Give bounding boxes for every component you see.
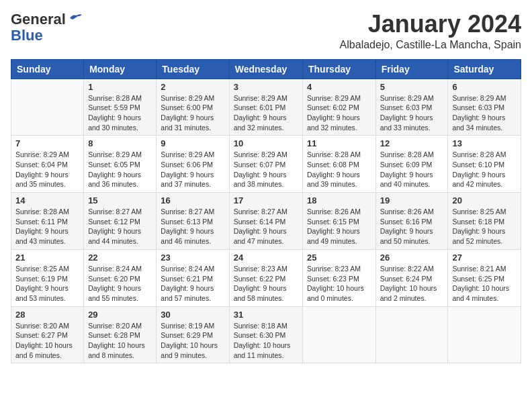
day-info: Sunrise: 8:27 AMSunset: 6:13 PMDaylight:… [161, 207, 224, 246]
day-info: Sunrise: 8:25 AMSunset: 6:19 PMDaylight:… [15, 264, 79, 304]
day-number: 4 [307, 82, 371, 92]
day-info: Sunrise: 8:20 AMSunset: 6:27 PMDaylight:… [15, 321, 79, 361]
calendar-cell: 13Sunrise: 8:28 AMSunset: 6:10 PMDayligh… [448, 136, 521, 193]
day-number: 14 [15, 195, 79, 205]
day-number: 13 [452, 138, 517, 148]
calendar-cell: 31Sunrise: 8:18 AMSunset: 6:30 PMDayligh… [229, 306, 302, 363]
day-number: 6 [452, 82, 517, 92]
day-info: Sunrise: 8:28 AMSunset: 6:09 PMDaylight:… [380, 150, 444, 189]
calendar-table: SundayMondayTuesdayWednesdayThursdayFrid… [11, 59, 521, 364]
calendar-cell [11, 79, 84, 136]
day-info: Sunrise: 8:29 AMSunset: 6:03 PMDaylight:… [452, 93, 517, 133]
calendar-cell: 22Sunrise: 8:24 AMSunset: 6:20 PMDayligh… [84, 249, 157, 306]
day-number: 9 [161, 138, 224, 148]
weekday-header-monday: Monday [84, 59, 157, 79]
day-info: Sunrise: 8:21 AMSunset: 6:25 PMDaylight:… [452, 264, 517, 304]
day-number: 19 [380, 195, 444, 205]
calendar-cell [448, 306, 521, 363]
day-info: Sunrise: 8:29 AMSunset: 6:04 PMDaylight:… [15, 150, 79, 189]
calendar-cell: 27Sunrise: 8:21 AMSunset: 6:25 PMDayligh… [448, 249, 521, 306]
day-number: 25 [307, 253, 371, 263]
day-info: Sunrise: 8:28 AMSunset: 6:11 PMDaylight:… [15, 207, 79, 246]
day-number: 23 [161, 253, 224, 263]
day-info: Sunrise: 8:28 AMSunset: 6:10 PMDaylight:… [452, 150, 517, 189]
calendar-cell [375, 306, 448, 363]
day-number: 7 [15, 138, 79, 148]
weekday-header-wednesday: Wednesday [229, 59, 302, 79]
calendar-cell: 24Sunrise: 8:23 AMSunset: 6:22 PMDayligh… [229, 249, 302, 306]
day-info: Sunrise: 8:24 AMSunset: 6:20 PMDaylight:… [88, 264, 152, 304]
day-number: 15 [88, 195, 152, 205]
day-info: Sunrise: 8:23 AMSunset: 6:23 PMDaylight:… [307, 264, 371, 304]
day-number: 16 [161, 195, 224, 205]
day-info: Sunrise: 8:29 AMSunset: 6:00 PMDaylight:… [161, 93, 224, 133]
calendar-cell: 1Sunrise: 8:28 AMSunset: 5:59 PMDaylight… [84, 79, 157, 136]
calendar-week-2: 7Sunrise: 8:29 AMSunset: 6:04 PMDaylight… [11, 136, 521, 193]
calendar-cell: 20Sunrise: 8:25 AMSunset: 6:18 PMDayligh… [448, 193, 521, 250]
day-info: Sunrise: 8:20 AMSunset: 6:28 PMDaylight:… [88, 321, 152, 361]
weekday-header-saturday: Saturday [448, 59, 521, 79]
logo-bird-icon [67, 13, 82, 25]
calendar-cell: 7Sunrise: 8:29 AMSunset: 6:04 PMDaylight… [11, 136, 84, 193]
calendar-cell: 19Sunrise: 8:26 AMSunset: 6:16 PMDayligh… [375, 193, 448, 250]
calendar-cell: 26Sunrise: 8:22 AMSunset: 6:24 PMDayligh… [375, 249, 448, 306]
calendar-cell: 11Sunrise: 8:28 AMSunset: 6:08 PMDayligh… [303, 136, 376, 193]
day-number: 18 [307, 195, 371, 205]
day-number: 12 [380, 138, 444, 148]
day-info: Sunrise: 8:26 AMSunset: 6:15 PMDaylight:… [307, 207, 371, 246]
calendar-cell: 10Sunrise: 8:29 AMSunset: 6:07 PMDayligh… [229, 136, 302, 193]
title-section: January 2024 Albaladejo, Castille-La Man… [340, 11, 521, 51]
day-info: Sunrise: 8:22 AMSunset: 6:24 PMDaylight:… [380, 264, 444, 304]
logo-blue-text: Blue [11, 27, 43, 44]
day-info: Sunrise: 8:29 AMSunset: 6:07 PMDaylight:… [234, 150, 298, 189]
day-info: Sunrise: 8:27 AMSunset: 6:14 PMDaylight:… [234, 207, 298, 246]
calendar-week-4: 21Sunrise: 8:25 AMSunset: 6:19 PMDayligh… [11, 249, 521, 306]
calendar-cell: 30Sunrise: 8:19 AMSunset: 6:29 PMDayligh… [157, 306, 229, 363]
calendar-cell: 28Sunrise: 8:20 AMSunset: 6:27 PMDayligh… [11, 306, 84, 363]
logo: General Blue [11, 11, 82, 44]
weekday-header-tuesday: Tuesday [157, 59, 229, 79]
day-info: Sunrise: 8:29 AMSunset: 6:01 PMDaylight:… [234, 93, 298, 133]
day-info: Sunrise: 8:29 AMSunset: 6:03 PMDaylight:… [380, 93, 444, 133]
calendar-cell: 29Sunrise: 8:20 AMSunset: 6:28 PMDayligh… [84, 306, 157, 363]
day-number: 27 [452, 253, 517, 263]
day-number: 3 [234, 82, 298, 92]
day-number: 28 [15, 310, 79, 320]
day-number: 21 [15, 253, 79, 263]
day-number: 20 [452, 195, 517, 205]
day-info: Sunrise: 8:29 AMSunset: 6:05 PMDaylight:… [88, 150, 152, 189]
day-number: 10 [234, 138, 298, 148]
day-number: 24 [234, 253, 298, 263]
calendar-cell: 8Sunrise: 8:29 AMSunset: 6:05 PMDaylight… [84, 136, 157, 193]
calendar-cell: 3Sunrise: 8:29 AMSunset: 6:01 PMDaylight… [229, 79, 302, 136]
day-number: 8 [88, 138, 152, 148]
calendar-cell: 21Sunrise: 8:25 AMSunset: 6:19 PMDayligh… [11, 249, 84, 306]
calendar-cell [303, 306, 376, 363]
month-year-title: January 2024 [340, 11, 521, 38]
day-info: Sunrise: 8:29 AMSunset: 6:06 PMDaylight:… [161, 150, 224, 189]
calendar-cell: 14Sunrise: 8:28 AMSunset: 6:11 PMDayligh… [11, 193, 84, 250]
weekday-header-friday: Friday [375, 59, 448, 79]
calendar-week-3: 14Sunrise: 8:28 AMSunset: 6:11 PMDayligh… [11, 193, 521, 250]
day-info: Sunrise: 8:29 AMSunset: 6:02 PMDaylight:… [307, 93, 371, 133]
day-number: 1 [88, 82, 152, 92]
logo-general-text: General [11, 11, 66, 28]
calendar-week-5: 28Sunrise: 8:20 AMSunset: 6:27 PMDayligh… [11, 306, 521, 363]
day-info: Sunrise: 8:19 AMSunset: 6:29 PMDaylight:… [161, 321, 224, 361]
calendar-week-1: 1Sunrise: 8:28 AMSunset: 5:59 PMDaylight… [11, 79, 521, 136]
day-info: Sunrise: 8:18 AMSunset: 6:30 PMDaylight:… [234, 321, 298, 361]
calendar-cell: 6Sunrise: 8:29 AMSunset: 6:03 PMDaylight… [448, 79, 521, 136]
location-subtitle: Albaladejo, Castille-La Mancha, Spain [340, 39, 521, 51]
day-info: Sunrise: 8:25 AMSunset: 6:18 PMDaylight:… [452, 207, 517, 246]
day-number: 5 [380, 82, 444, 92]
calendar-cell: 25Sunrise: 8:23 AMSunset: 6:23 PMDayligh… [303, 249, 376, 306]
day-number: 2 [161, 82, 224, 92]
day-info: Sunrise: 8:27 AMSunset: 6:12 PMDaylight:… [88, 207, 152, 246]
calendar-cell: 17Sunrise: 8:27 AMSunset: 6:14 PMDayligh… [229, 193, 302, 250]
day-info: Sunrise: 8:23 AMSunset: 6:22 PMDaylight:… [234, 264, 298, 304]
day-number: 29 [88, 310, 152, 320]
weekday-header-row: SundayMondayTuesdayWednesdayThursdayFrid… [11, 59, 521, 79]
calendar-cell: 18Sunrise: 8:26 AMSunset: 6:15 PMDayligh… [303, 193, 376, 250]
weekday-header-thursday: Thursday [303, 59, 376, 79]
day-number: 17 [234, 195, 298, 205]
